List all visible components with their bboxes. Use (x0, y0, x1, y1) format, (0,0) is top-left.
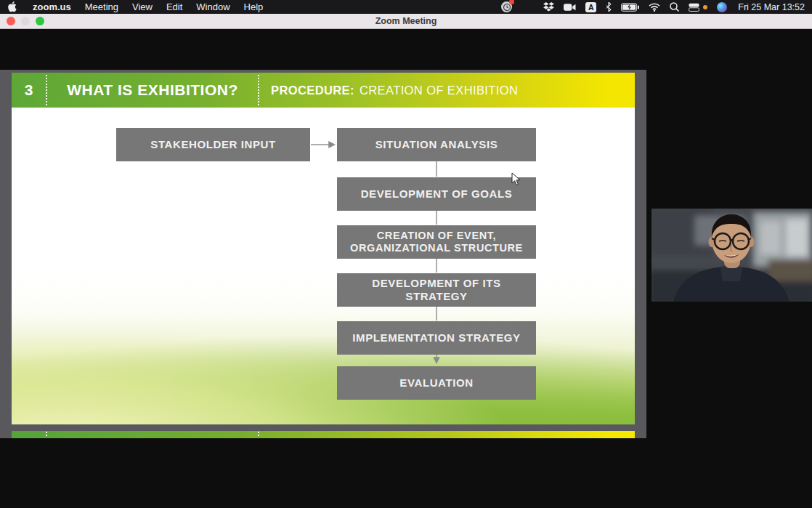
flow-box-stakeholder-input: STAKEHOLDER INPUT (116, 128, 310, 161)
dropbox-icon[interactable] (543, 1, 554, 13)
meeting-content-area: 3 WHAT IS EXHIBITION? PROCEDURE: CREATIO… (0, 29, 812, 508)
macos-menu-bar: zoom.us Meeting View Edit Window Help A (0, 0, 812, 14)
menu-zoom-us[interactable]: zoom.us (33, 0, 71, 14)
apple-menu-icon[interactable] (7, 1, 17, 12)
shared-screen-region: 3 WHAT IS EXHIBITION? PROCEDURE: CREATIO… (0, 70, 646, 438)
sliver-divider-2 (258, 432, 259, 438)
flow-box-development-of-goals: DEVELOPMENT OF GOALS (337, 177, 536, 211)
menu-edit[interactable]: Edit (166, 0, 182, 14)
menu-window[interactable]: Window (196, 0, 230, 14)
subtitle-label: PROCEDURE: (271, 84, 354, 97)
menu-help[interactable]: Help (244, 0, 264, 14)
menu-bar-clock[interactable]: Fri 25 Mar 13:52 (738, 2, 805, 12)
sliver-divider-1 (46, 432, 47, 438)
video-camera-icon[interactable] (564, 1, 576, 13)
slide-subtitle: PROCEDURE: CREATION OF EXHIBITION (271, 73, 518, 108)
menu-view[interactable]: View (132, 0, 153, 14)
battery-charging-icon[interactable] (621, 1, 639, 13)
presentation-slide: 3 WHAT IS EXHIBITION? PROCEDURE: CREATIO… (12, 73, 635, 424)
slide-number: 3 (12, 73, 46, 108)
header-divider-2 (258, 75, 259, 105)
flow-box-creation-of-event: CREATION OF EVENT, ORGANIZATIONAL STRUCT… (337, 225, 536, 259)
bluetooth-icon[interactable] (606, 1, 612, 13)
spotlight-search-icon[interactable] (670, 1, 679, 13)
mouse-cursor (511, 172, 521, 187)
status-dot-icon (703, 5, 707, 9)
fast-user-switching-icon[interactable] (689, 1, 699, 13)
presenter-webcam-image (651, 209, 812, 302)
flow-box-implementation: IMPLEMENTATION STRATEGY (337, 321, 536, 355)
input-source-icon[interactable]: A (585, 2, 596, 12)
wifi-icon[interactable] (649, 1, 660, 13)
menu-meeting[interactable]: Meeting (85, 0, 118, 14)
flow-box-situation-analysis: SITUATION ANALYSIS (337, 128, 536, 161)
window-title: Zoom Meeting (0, 14, 812, 29)
flow-box-evaluation: EVALUATION (337, 366, 536, 400)
subtitle-text: CREATION OF EXHIBITION (360, 84, 518, 97)
flowchart-connectors (12, 73, 635, 424)
siri-icon[interactable] (717, 2, 727, 12)
meeting-app-badge-icon[interactable] (501, 1, 512, 12)
flow-box-development-strategy: DEVELOPMENT OF ITS STRATEGY (337, 273, 536, 307)
notification-dot (509, 0, 514, 4)
next-slide-sliver (12, 431, 635, 438)
slide-title: WHAT IS EXHIBITION? (47, 73, 258, 108)
slide-header: 3 WHAT IS EXHIBITION? PROCEDURE: CREATIO… (12, 73, 635, 108)
participant-video-tile[interactable] (651, 209, 812, 302)
zoom-window-titlebar[interactable]: Zoom Meeting (0, 14, 812, 29)
